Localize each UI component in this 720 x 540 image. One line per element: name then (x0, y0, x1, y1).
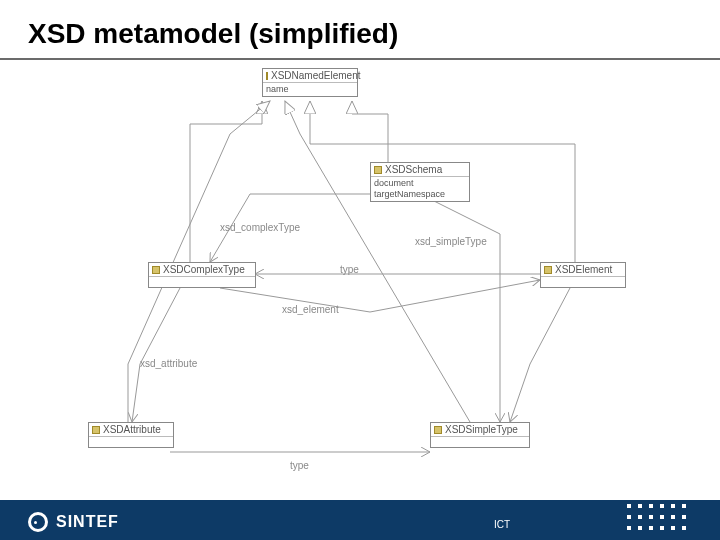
class-xsdcomplextype: XSDComplexType (148, 262, 256, 288)
class-attr (431, 437, 529, 447)
label-xsd-attribute: xsd_attribute (140, 358, 197, 369)
class-icon (544, 266, 552, 274)
class-name: XSDComplexType (163, 264, 245, 275)
class-name: XSDSimpleType (445, 424, 518, 435)
class-name: XSDElement (555, 264, 612, 275)
slide: XSD metamodel (simplified) (0, 0, 720, 540)
class-attr: document (374, 178, 466, 189)
class-name: XSDAttribute (103, 424, 161, 435)
class-name: XSDSchema (385, 164, 442, 175)
label-type-bottom: type (290, 460, 309, 471)
class-icon (266, 72, 268, 80)
title-divider (0, 58, 720, 60)
class-attr: targetNamespace (374, 189, 466, 200)
brand-text: SINTEF (56, 513, 119, 531)
class-xsdattribute: XSDAttribute (88, 422, 174, 448)
class-attr (541, 277, 625, 287)
class-attr (149, 277, 255, 287)
logo-icon (28, 512, 48, 532)
footer-dots-icon (627, 504, 690, 534)
brand-logo: SINTEF (28, 512, 119, 532)
label-xsd-element: xsd_element (282, 304, 339, 315)
label-xsd-simpletype: xsd_simpleType (415, 236, 487, 247)
label-type-top: type (340, 264, 359, 275)
class-icon (152, 266, 160, 274)
class-xsdelement: XSDElement (540, 262, 626, 288)
label-xsd-complextype: xsd_complexType (220, 222, 300, 233)
class-icon (92, 426, 100, 434)
class-name: XSDNamedElement (271, 70, 360, 81)
class-xsdschema: XSDSchema document targetNamespace (370, 162, 470, 202)
class-icon (434, 426, 442, 434)
footer-label: ICT (494, 519, 510, 530)
class-xsdsimpletype: XSDSimpleType (430, 422, 530, 448)
class-xsdnamedelement: XSDNamedElement name (262, 68, 358, 97)
class-attr: name (263, 83, 357, 96)
diagram-canvas: XSDNamedElement name XSDSchema document … (70, 64, 670, 484)
footer-bar: SINTEF ICT (0, 500, 720, 540)
class-attr (89, 437, 173, 447)
page-title: XSD metamodel (simplified) (28, 18, 398, 50)
class-icon (374, 166, 382, 174)
